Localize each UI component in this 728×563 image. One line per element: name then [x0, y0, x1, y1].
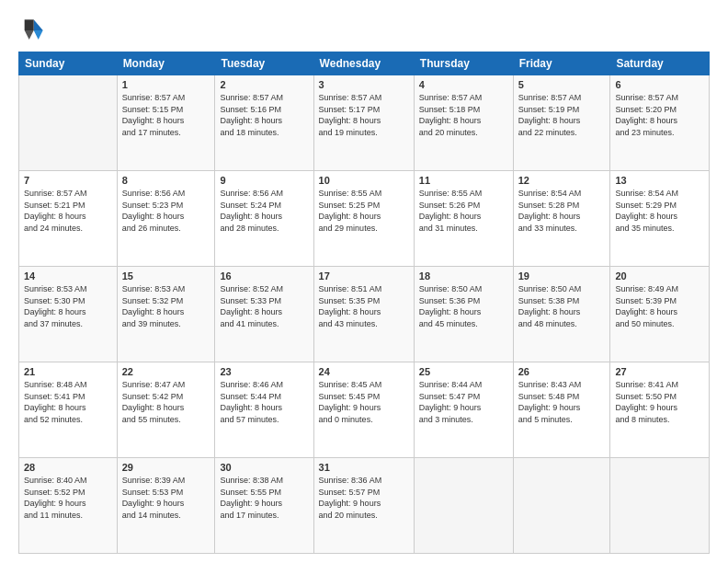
day-info: Sunrise: 8:38 AM Sunset: 5:55 PM Dayligh… [220, 475, 308, 521]
day-info: Sunrise: 8:57 AM Sunset: 5:17 PM Dayligh… [319, 92, 409, 138]
day-number: 25 [419, 366, 508, 377]
header-row: SundayMondayTuesdayWednesdayThursdayFrid… [19, 52, 710, 75]
day-info: Sunrise: 8:51 AM Sunset: 5:35 PM Dayligh… [319, 283, 409, 329]
day-cell [414, 458, 513, 554]
day-info: Sunrise: 8:57 AM Sunset: 5:18 PM Dayligh… [419, 92, 508, 138]
day-info: Sunrise: 8:57 AM Sunset: 5:19 PM Dayligh… [518, 92, 606, 138]
day-info: Sunrise: 8:55 AM Sunset: 5:25 PM Dayligh… [319, 188, 409, 234]
calendar-header: SundayMondayTuesdayWednesdayThursdayFrid… [19, 52, 710, 75]
day-cell: 29Sunrise: 8:39 AM Sunset: 5:53 PM Dayli… [117, 458, 215, 554]
day-number: 6 [615, 79, 704, 90]
day-number: 26 [518, 366, 606, 377]
day-number: 11 [419, 175, 508, 186]
day-info: Sunrise: 8:52 AM Sunset: 5:33 PM Dayligh… [220, 283, 308, 329]
header-cell-thursday: Thursday [414, 52, 513, 75]
day-info: Sunrise: 8:57 AM Sunset: 5:20 PM Dayligh… [615, 92, 704, 138]
day-info: Sunrise: 8:44 AM Sunset: 5:47 PM Dayligh… [419, 379, 508, 425]
day-number: 16 [220, 270, 308, 282]
day-cell [19, 75, 118, 171]
day-cell: 13Sunrise: 8:54 AM Sunset: 5:29 PM Dayli… [610, 171, 710, 267]
day-cell: 10Sunrise: 8:55 AM Sunset: 5:25 PM Dayli… [313, 171, 414, 267]
page: SundayMondayTuesdayWednesdayThursdayFrid… [0, 0, 728, 563]
week-row-0: 1Sunrise: 8:57 AM Sunset: 5:15 PM Daylig… [19, 75, 710, 171]
day-cell: 26Sunrise: 8:43 AM Sunset: 5:48 PM Dayli… [513, 362, 610, 458]
calendar-table: SundayMondayTuesdayWednesdayThursdayFrid… [18, 52, 710, 554]
header-cell-sunday: Sunday [19, 52, 118, 75]
day-number: 5 [518, 79, 606, 90]
day-info: Sunrise: 8:45 AM Sunset: 5:45 PM Dayligh… [319, 379, 409, 425]
day-number: 18 [419, 270, 508, 282]
day-info: Sunrise: 8:41 AM Sunset: 5:50 PM Dayligh… [615, 379, 704, 425]
day-number: 29 [122, 462, 210, 473]
day-info: Sunrise: 8:36 AM Sunset: 5:57 PM Dayligh… [319, 475, 409, 521]
week-row-3: 21Sunrise: 8:48 AM Sunset: 5:41 PM Dayli… [19, 362, 710, 458]
day-number: 4 [419, 79, 508, 90]
day-cell: 27Sunrise: 8:41 AM Sunset: 5:50 PM Dayli… [610, 362, 710, 458]
day-info: Sunrise: 8:54 AM Sunset: 5:28 PM Dayligh… [518, 188, 606, 234]
day-info: Sunrise: 8:56 AM Sunset: 5:24 PM Dayligh… [220, 188, 308, 234]
day-number: 28 [24, 462, 112, 473]
svg-marker-0 [34, 19, 43, 30]
day-cell [610, 458, 710, 554]
day-cell: 16Sunrise: 8:52 AM Sunset: 5:33 PM Dayli… [215, 267, 313, 362]
logo-icon [18, 17, 46, 44]
day-info: Sunrise: 8:57 AM Sunset: 5:21 PM Dayligh… [24, 188, 112, 234]
day-number: 23 [220, 366, 308, 377]
day-cell: 21Sunrise: 8:48 AM Sunset: 5:41 PM Dayli… [19, 362, 118, 458]
day-info: Sunrise: 8:57 AM Sunset: 5:16 PM Dayligh… [220, 92, 308, 138]
day-cell: 2Sunrise: 8:57 AM Sunset: 5:16 PM Daylig… [215, 75, 313, 171]
header-cell-wednesday: Wednesday [313, 52, 414, 75]
day-cell: 17Sunrise: 8:51 AM Sunset: 5:35 PM Dayli… [313, 267, 414, 362]
day-number: 17 [319, 270, 409, 282]
day-cell: 6Sunrise: 8:57 AM Sunset: 5:20 PM Daylig… [610, 75, 710, 171]
day-cell: 25Sunrise: 8:44 AM Sunset: 5:47 PM Dayli… [414, 362, 513, 458]
day-cell: 19Sunrise: 8:50 AM Sunset: 5:38 PM Dayli… [513, 267, 610, 362]
day-cell: 14Sunrise: 8:53 AM Sunset: 5:30 PM Dayli… [19, 267, 118, 362]
day-number: 14 [24, 270, 112, 282]
header [18, 17, 710, 44]
day-cell: 23Sunrise: 8:46 AM Sunset: 5:44 PM Dayli… [215, 362, 313, 458]
day-info: Sunrise: 8:57 AM Sunset: 5:15 PM Dayligh… [122, 92, 210, 138]
day-info: Sunrise: 8:39 AM Sunset: 5:53 PM Dayligh… [122, 475, 210, 521]
week-row-1: 7Sunrise: 8:57 AM Sunset: 5:21 PM Daylig… [19, 171, 710, 267]
day-info: Sunrise: 8:53 AM Sunset: 5:30 PM Dayligh… [24, 283, 112, 329]
calendar-body: 1Sunrise: 8:57 AM Sunset: 5:15 PM Daylig… [19, 75, 710, 554]
day-cell: 15Sunrise: 8:53 AM Sunset: 5:32 PM Dayli… [117, 267, 215, 362]
day-number: 12 [518, 175, 606, 186]
week-row-2: 14Sunrise: 8:53 AM Sunset: 5:30 PM Dayli… [19, 267, 710, 362]
day-info: Sunrise: 8:47 AM Sunset: 5:42 PM Dayligh… [122, 379, 210, 425]
day-cell [513, 458, 610, 554]
day-cell: 31Sunrise: 8:36 AM Sunset: 5:57 PM Dayli… [313, 458, 414, 554]
day-cell: 20Sunrise: 8:49 AM Sunset: 5:39 PM Dayli… [610, 267, 710, 362]
day-number: 15 [122, 270, 210, 282]
day-cell: 7Sunrise: 8:57 AM Sunset: 5:21 PM Daylig… [19, 171, 118, 267]
svg-marker-1 [34, 30, 43, 40]
day-number: 9 [220, 175, 308, 186]
day-number: 30 [220, 462, 308, 473]
week-row-4: 28Sunrise: 8:40 AM Sunset: 5:52 PM Dayli… [19, 458, 710, 554]
day-info: Sunrise: 8:54 AM Sunset: 5:29 PM Dayligh… [615, 188, 704, 234]
day-number: 13 [615, 175, 704, 186]
day-number: 27 [615, 366, 704, 377]
day-number: 3 [319, 79, 409, 90]
day-info: Sunrise: 8:50 AM Sunset: 5:36 PM Dayligh… [419, 283, 508, 329]
day-cell: 11Sunrise: 8:55 AM Sunset: 5:26 PM Dayli… [414, 171, 513, 267]
day-cell: 1Sunrise: 8:57 AM Sunset: 5:15 PM Daylig… [117, 75, 215, 171]
day-info: Sunrise: 8:48 AM Sunset: 5:41 PM Dayligh… [24, 379, 112, 425]
day-cell: 28Sunrise: 8:40 AM Sunset: 5:52 PM Dayli… [19, 458, 118, 554]
day-number: 1 [122, 79, 210, 90]
day-cell: 24Sunrise: 8:45 AM Sunset: 5:45 PM Dayli… [313, 362, 414, 458]
logo [18, 17, 50, 44]
day-number: 22 [122, 366, 210, 377]
day-info: Sunrise: 8:46 AM Sunset: 5:44 PM Dayligh… [220, 379, 308, 425]
day-cell: 9Sunrise: 8:56 AM Sunset: 5:24 PM Daylig… [215, 171, 313, 267]
day-info: Sunrise: 8:53 AM Sunset: 5:32 PM Dayligh… [122, 283, 210, 329]
day-cell: 3Sunrise: 8:57 AM Sunset: 5:17 PM Daylig… [313, 75, 414, 171]
header-cell-tuesday: Tuesday [215, 52, 313, 75]
day-number: 8 [122, 175, 210, 186]
day-number: 20 [615, 270, 704, 282]
day-cell: 18Sunrise: 8:50 AM Sunset: 5:36 PM Dayli… [414, 267, 513, 362]
day-number: 31 [319, 462, 409, 473]
day-number: 10 [319, 175, 409, 186]
day-cell: 30Sunrise: 8:38 AM Sunset: 5:55 PM Dayli… [215, 458, 313, 554]
